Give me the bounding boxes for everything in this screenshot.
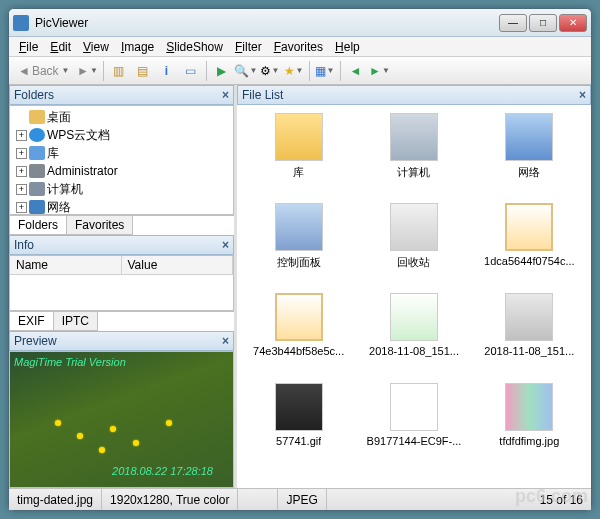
menu-help[interactable]: Help — [329, 38, 366, 56]
dropdown-icon: ▼ — [296, 66, 304, 75]
file-item[interactable]: 74e3b44bf58e5c... — [245, 293, 352, 379]
filelist-title: File List — [242, 88, 283, 102]
tab-iptc[interactable]: IPTC — [53, 312, 98, 331]
maximize-button[interactable]: □ — [529, 14, 557, 32]
file-label: 2018-11-08_151... — [369, 345, 459, 357]
separator — [309, 61, 310, 81]
file-label: 计算机 — [397, 165, 430, 180]
expand-icon[interactable]: + — [16, 130, 27, 141]
expand-icon[interactable]: + — [16, 166, 27, 177]
minimize-button[interactable]: — — [499, 14, 527, 32]
close-pane-icon[interactable]: × — [579, 88, 586, 102]
preview-title: Preview — [14, 334, 57, 348]
menu-favorites[interactable]: Favorites — [268, 38, 329, 56]
back-arrow-icon: ◄ — [18, 64, 30, 78]
folder-tree[interactable]: 桌面 +WPS云文档 +库 +Administrator +计算机 +网络 — [9, 105, 234, 215]
zoom-icon: 🔍 — [234, 64, 249, 78]
file-label: 2018-11-08_151... — [484, 345, 574, 357]
tree-item-lib[interactable]: +库 — [12, 144, 231, 162]
content-area: Folders × 桌面 +WPS云文档 +库 +Administrator +… — [9, 85, 591, 488]
tool-button-info[interactable]: i — [156, 60, 178, 82]
tab-exif[interactable]: EXIF — [9, 312, 54, 331]
tree-item-desktop[interactable]: 桌面 — [12, 108, 231, 126]
dropdown-icon: ▼ — [327, 66, 335, 75]
star-icon: ★ — [284, 64, 295, 78]
file-item[interactable]: 57741.gif — [245, 383, 352, 469]
file-item[interactable]: B9177144-EC9F-... — [360, 383, 467, 469]
tool-button-fullscreen[interactable]: ▭ — [180, 60, 202, 82]
tool-button-zoom[interactable]: 🔍▼ — [235, 60, 257, 82]
preview-panel[interactable]: MagiTime Trial Version 2018.08.22 17:28:… — [9, 351, 234, 488]
file-item[interactable]: 2018-11-08_151... — [476, 293, 583, 379]
tree-item-wps[interactable]: +WPS云文档 — [12, 126, 231, 144]
col-value[interactable]: Value — [122, 256, 234, 274]
window-controls: — □ ✕ — [499, 14, 587, 32]
tool-button-next[interactable]: ►▼ — [369, 60, 391, 82]
tool-button-fav[interactable]: ★▼ — [283, 60, 305, 82]
tree-label: WPS云文档 — [47, 127, 110, 144]
close-pane-icon[interactable]: × — [222, 238, 229, 252]
tab-favorites[interactable]: Favorites — [66, 216, 133, 235]
menu-filter[interactable]: Filter — [229, 38, 268, 56]
filelist-header: File List × — [237, 85, 591, 105]
grid-icon: ▦ — [315, 64, 326, 78]
tool-button-2[interactable]: ▤ — [132, 60, 154, 82]
left-pane: Folders × 桌面 +WPS云文档 +库 +Administrator +… — [9, 85, 237, 488]
file-item[interactable]: tfdfdfimg.jpg — [476, 383, 583, 469]
statusbar: timg-dated.jpg 1920x1280, True color JPE… — [9, 488, 591, 510]
dropdown-icon: ▼ — [62, 66, 70, 75]
toolbar: ◄ Back ▼ ►▼ ▥ ▤ i ▭ ▶ 🔍▼ ⚙▼ ★▼ ▦▼ ◄ ►▼ — [9, 57, 591, 85]
tree-item-computer[interactable]: +计算机 — [12, 180, 231, 198]
file-label: 库 — [293, 165, 304, 180]
app-window: PicViewer — □ ✕ File Edit View Image Sli… — [8, 8, 592, 511]
file-item[interactable]: 1dca5644f0754c... — [476, 203, 583, 289]
file-label: 57741.gif — [276, 435, 321, 447]
file-item[interactable]: 计算机 — [360, 113, 467, 199]
tool-button-slide[interactable]: ▶ — [211, 60, 233, 82]
expand-icon[interactable]: + — [16, 202, 27, 213]
forward-button[interactable]: ►▼ — [77, 60, 99, 82]
file-label: 回收站 — [397, 255, 430, 270]
file-label: 控制面板 — [277, 255, 321, 270]
menu-file[interactable]: File — [13, 38, 44, 56]
close-button[interactable]: ✕ — [559, 14, 587, 32]
back-button[interactable]: ◄ Back ▼ — [13, 60, 75, 82]
menu-slideshow[interactable]: SlideShow — [160, 38, 229, 56]
info-icon: i — [165, 64, 168, 78]
tool-button-gear[interactable]: ⚙▼ — [259, 60, 281, 82]
tool-button-view[interactable]: ▦▼ — [314, 60, 336, 82]
file-item[interactable]: 网络 — [476, 113, 583, 199]
separator — [340, 61, 341, 81]
expand-icon[interactable]: + — [16, 148, 27, 159]
close-pane-icon[interactable]: × — [222, 88, 229, 102]
menu-edit[interactable]: Edit — [44, 38, 77, 56]
tree-item-network[interactable]: +网络 — [12, 198, 231, 215]
file-list[interactable]: 库计算机网络控制面板回收站1dca5644f0754c...74e3b44bf5… — [237, 105, 591, 488]
titlebar[interactable]: PicViewer — □ ✕ — [9, 9, 591, 37]
file-thumb-icon — [390, 383, 438, 431]
file-label: 网络 — [518, 165, 540, 180]
file-thumb-icon — [505, 293, 553, 341]
timestamp-text: 2018.08.22 17:28:18 — [112, 465, 213, 477]
tool-button-prev[interactable]: ◄ — [345, 60, 367, 82]
file-item[interactable]: 库 — [245, 113, 352, 199]
tree-item-admin[interactable]: +Administrator — [12, 162, 231, 180]
file-item[interactable]: 控制面板 — [245, 203, 352, 289]
prev-icon: ◄ — [350, 64, 362, 78]
app-icon — [13, 15, 29, 31]
tree-label: Administrator — [47, 164, 118, 178]
close-pane-icon[interactable]: × — [222, 334, 229, 348]
dropdown-icon: ▼ — [250, 66, 258, 75]
status-count: 15 of 16 — [532, 493, 591, 507]
tool-button-1[interactable]: ▥ — [108, 60, 130, 82]
tab-folders[interactable]: Folders — [9, 216, 67, 235]
menu-image[interactable]: Image — [115, 38, 160, 56]
file-thumb-icon — [505, 383, 553, 431]
status-dimensions: 1920x1280, True color — [102, 489, 238, 510]
file-item[interactable]: 回收站 — [360, 203, 467, 289]
file-item[interactable]: 2018-11-08_151... — [360, 293, 467, 379]
preview-header: Preview × — [9, 331, 234, 351]
menu-view[interactable]: View — [77, 38, 115, 56]
col-name[interactable]: Name — [10, 256, 122, 274]
expand-icon[interactable]: + — [16, 184, 27, 195]
